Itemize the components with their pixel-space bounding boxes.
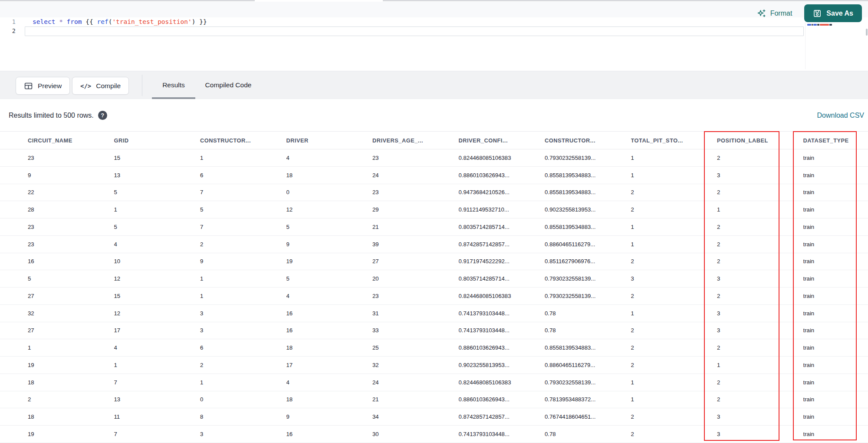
tab-results[interactable]: Results xyxy=(151,71,196,99)
table-cell: 1 xyxy=(631,224,717,230)
table-cell: 0.7930232558139... xyxy=(545,379,631,386)
table-cell: 2 xyxy=(717,241,803,248)
code-line-sql[interactable]: select * from {{ ref('train_test_positio… xyxy=(33,17,803,26)
table-row: 281512290.9112149532710...0.902325581395… xyxy=(0,201,868,218)
table-cell: 5 xyxy=(200,206,286,213)
table-row: 2717316330.7413793103448...0.7823train xyxy=(0,322,868,340)
table-cell: 0.9112149532710... xyxy=(459,206,545,213)
download-csv-link[interactable]: Download CSV xyxy=(817,99,865,131)
table-row: 18714240.8244680851063830.7930232558139.… xyxy=(0,374,868,391)
code-token: {{ xyxy=(82,18,97,25)
table-cell: 4 xyxy=(286,155,373,161)
table-cell: 2 xyxy=(717,344,803,351)
tab-compiled-code-label: Compiled Code xyxy=(205,81,252,89)
results-limit-text: Results limited to 500 rows. xyxy=(9,112,94,119)
table-cell: 6 xyxy=(200,344,286,351)
table-cell: train xyxy=(803,344,868,351)
table-cell: 20 xyxy=(372,275,459,282)
table-cell: 31 xyxy=(372,310,459,317)
toolbar-divider xyxy=(142,75,142,96)
table-cell: 2 xyxy=(717,396,803,403)
format-label: Format xyxy=(770,10,792,17)
table-cell: 2 xyxy=(28,396,114,403)
table-cell: 2 xyxy=(717,224,803,230)
table-cell: 16 xyxy=(28,258,114,264)
table-cell: 9 xyxy=(200,258,286,264)
save-as-button[interactable]: Save As xyxy=(804,4,862,22)
table-cell: 39 xyxy=(372,241,459,248)
table-cell: 0 xyxy=(200,396,286,403)
tab-bar-edge xyxy=(0,0,255,1)
table-cell: 2 xyxy=(631,362,717,368)
table-row: 22570230.9473684210526...0.8558139534883… xyxy=(0,184,868,202)
results-table: CIRCUIT_NAMEGRIDCONSTRUCTOR...DRIVERDRIV… xyxy=(0,131,868,443)
table-cell: 13 xyxy=(114,172,201,179)
table-cell: 16 xyxy=(286,327,373,334)
table-cell: 1 xyxy=(631,241,717,248)
preview-label: Preview xyxy=(38,82,62,90)
table-cell: 0.824468085106383 xyxy=(459,155,545,161)
table-cell: 23 xyxy=(372,155,459,161)
preview-button[interactable]: Preview xyxy=(16,77,70,95)
table-cell: 9 xyxy=(286,413,373,420)
table-cell: 3 xyxy=(200,310,286,317)
table-cell: 1 xyxy=(114,206,201,213)
table-row: 1610919270.9171974522292...0.85116279069… xyxy=(0,253,868,271)
compile-button[interactable]: </> Compile xyxy=(72,77,129,95)
table-cell: 2 xyxy=(631,293,717,299)
tab-bar-edge xyxy=(383,0,868,1)
table-cell: 7 xyxy=(200,224,286,230)
table-cell: 33 xyxy=(372,327,459,334)
table-cell: 32 xyxy=(372,362,459,368)
tab-compiled-code[interactable]: Compiled Code xyxy=(199,71,258,99)
column-header-constructor: CONSTRUCTOR... xyxy=(200,137,286,144)
table-cell: 0.7413793103448... xyxy=(459,327,545,334)
table-cell: 4 xyxy=(286,293,373,299)
sql-code-editor[interactable]: 1 2 select * from {{ ref('train_test_pos… xyxy=(0,2,868,71)
table-cell: 34 xyxy=(372,413,459,420)
table-cell: train xyxy=(803,241,868,248)
table-cell: 0.8860103626943... xyxy=(459,344,545,351)
table-cell: 28 xyxy=(28,206,114,213)
table-cell: 7 xyxy=(114,431,201,437)
table-cell: 18 xyxy=(286,172,373,179)
table-cell: 9 xyxy=(286,241,373,248)
table-cell: 0.8035714285714... xyxy=(459,275,545,282)
results-info-bar: Results limited to 500 rows. ? Download … xyxy=(0,99,868,131)
active-line-cursor-box[interactable] xyxy=(25,26,804,36)
help-icon[interactable]: ? xyxy=(98,111,107,120)
table-cell: 3 xyxy=(200,327,286,334)
table-cell: 21 xyxy=(372,224,459,230)
table-cell: 4 xyxy=(114,344,201,351)
code-token: }} xyxy=(195,18,207,25)
table-cell: 0.8860103626943... xyxy=(459,172,545,179)
table-cell: 16 xyxy=(286,431,373,437)
table-cell: 2 xyxy=(717,293,803,299)
column-header-circuit_name: CIRCUIT_NAME xyxy=(28,137,114,144)
table-cell: 22 xyxy=(28,189,114,195)
table-cell: 0.78 xyxy=(545,327,631,334)
table-cell: 11 xyxy=(114,413,201,420)
table-row: 231514230.8244680851063830.7930232558139… xyxy=(0,149,868,167)
table-cell: 18 xyxy=(28,379,114,386)
table-cell: train xyxy=(803,155,868,161)
save-as-label: Save As xyxy=(826,10,853,17)
table-cell: 24 xyxy=(372,379,459,386)
table-cell: 30 xyxy=(372,431,459,437)
results-toolbar: Preview </> Compile Results Compiled Cod… xyxy=(0,71,868,99)
table-cell: train xyxy=(803,310,868,317)
table-cell: 1 xyxy=(631,379,717,386)
table-cell: 9 xyxy=(28,172,114,179)
table-cell: 21 xyxy=(372,396,459,403)
code-icon: </> xyxy=(80,83,91,89)
table-cell: 23 xyxy=(372,293,459,299)
format-button[interactable]: Format xyxy=(757,9,792,18)
editor-scrollbar[interactable] xyxy=(866,29,868,36)
code-token: from xyxy=(67,18,82,25)
table-cell: 19 xyxy=(286,258,373,264)
table-cell: train xyxy=(803,431,868,437)
table-cell: 3 xyxy=(200,431,286,437)
table-cell: 2 xyxy=(717,189,803,195)
table-cell: 3 xyxy=(631,275,717,282)
table-cell: 27 xyxy=(28,327,114,334)
